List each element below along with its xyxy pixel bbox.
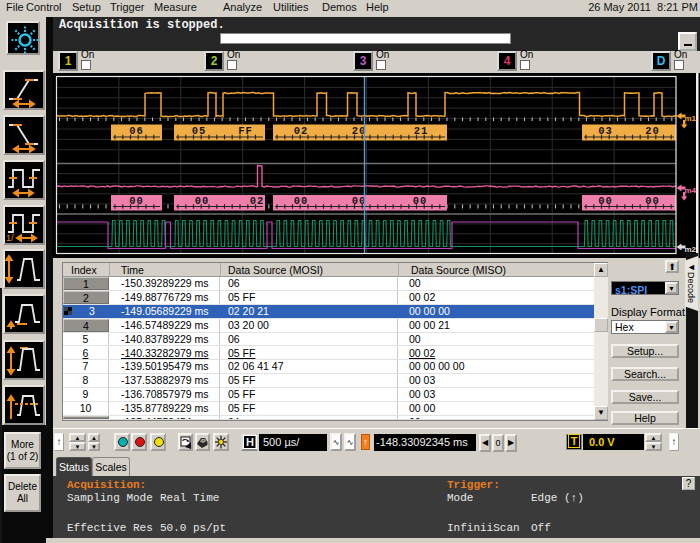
svg-text:00: 00 (129, 195, 144, 207)
svg-text:20: 20 (645, 125, 660, 137)
svg-text:00: 00 (195, 195, 210, 207)
svg-text:00: 00 (645, 195, 660, 207)
svg-text:m1: m1 (685, 114, 697, 123)
svg-text:m4: m4 (685, 186, 697, 195)
svg-text:02: 02 (294, 125, 309, 137)
svg-text:00: 00 (294, 195, 309, 207)
svg-text:21: 21 (414, 125, 429, 137)
svg-text:00: 00 (598, 195, 613, 207)
svg-text:06: 06 (129, 125, 144, 137)
svg-text:03: 03 (598, 125, 613, 137)
svg-text:02: 02 (250, 195, 265, 207)
svg-text:00: 00 (413, 195, 428, 207)
svg-text:1/: 1/ (6, 233, 14, 243)
